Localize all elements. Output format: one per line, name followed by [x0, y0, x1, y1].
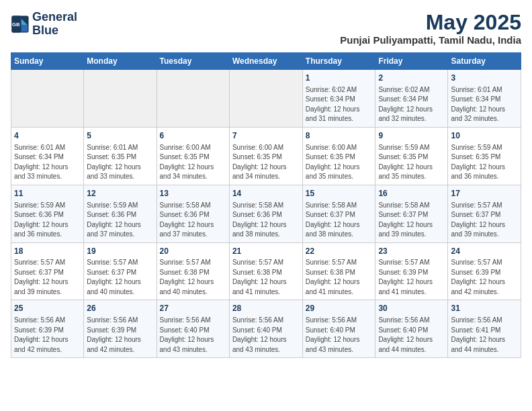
calendar-cell: 8Sunrise: 6:00 AM Sunset: 6:35 PM Daylig…	[302, 127, 375, 185]
day-detail: Sunrise: 5:56 AM Sunset: 6:39 PM Dayligh…	[14, 316, 81, 355]
weekday-header-friday: Friday	[375, 53, 448, 70]
week-row-3: 11Sunrise: 5:59 AM Sunset: 6:36 PM Dayli…	[11, 185, 521, 242]
day-number: 14	[232, 188, 300, 199]
day-detail: Sunrise: 5:59 AM Sunset: 6:35 PM Dayligh…	[378, 143, 445, 182]
weekday-header-thursday: Thursday	[302, 53, 375, 70]
day-detail: Sunrise: 5:59 AM Sunset: 6:36 PM Dayligh…	[87, 201, 153, 240]
day-number: 19	[87, 246, 153, 257]
day-number: 22	[306, 246, 373, 257]
day-number: 31	[451, 303, 518, 314]
calendar-cell: 10Sunrise: 5:59 AM Sunset: 6:35 PM Dayli…	[448, 127, 521, 185]
day-number: 29	[306, 303, 373, 314]
calendar-cell: 19Sunrise: 5:57 AM Sunset: 6:37 PM Dayli…	[84, 242, 157, 300]
day-detail: Sunrise: 5:57 AM Sunset: 6:38 PM Dayligh…	[306, 258, 373, 297]
day-detail: Sunrise: 5:59 AM Sunset: 6:35 PM Dayligh…	[451, 143, 518, 182]
day-number: 25	[14, 303, 81, 314]
svg-text:GB: GB	[12, 21, 20, 28]
day-detail: Sunrise: 6:00 AM Sunset: 6:35 PM Dayligh…	[232, 143, 300, 182]
day-number: 26	[87, 303, 153, 314]
calendar-cell: 3Sunrise: 6:01 AM Sunset: 6:34 PM Daylig…	[448, 70, 521, 128]
week-row-5: 25Sunrise: 5:56 AM Sunset: 6:39 PM Dayli…	[11, 300, 521, 358]
calendar-cell: 12Sunrise: 5:59 AM Sunset: 6:36 PM Dayli…	[84, 185, 157, 242]
calendar-cell: 6Sunrise: 6:00 AM Sunset: 6:35 PM Daylig…	[157, 127, 229, 185]
day-detail: Sunrise: 5:56 AM Sunset: 6:41 PM Dayligh…	[451, 316, 518, 355]
day-detail: Sunrise: 5:58 AM Sunset: 6:36 PM Dayligh…	[160, 201, 226, 240]
logo-text: General Blue	[32, 11, 77, 38]
calendar-cell: 7Sunrise: 6:00 AM Sunset: 6:35 PM Daylig…	[229, 127, 302, 185]
day-detail: Sunrise: 5:57 AM Sunset: 6:37 PM Dayligh…	[87, 258, 153, 297]
day-number: 3	[451, 73, 518, 84]
day-number: 24	[451, 246, 518, 257]
day-number: 2	[378, 73, 445, 84]
day-number: 5	[87, 130, 153, 142]
day-detail: Sunrise: 6:02 AM Sunset: 6:34 PM Dayligh…	[378, 85, 445, 124]
calendar-cell: 4Sunrise: 6:01 AM Sunset: 6:34 PM Daylig…	[11, 127, 84, 185]
svg-marker-2	[21, 25, 28, 32]
day-detail: Sunrise: 5:56 AM Sunset: 6:40 PM Dayligh…	[160, 316, 226, 355]
calendar-cell	[157, 70, 229, 128]
day-number: 20	[160, 246, 226, 257]
day-detail: Sunrise: 5:58 AM Sunset: 6:37 PM Dayligh…	[378, 201, 445, 240]
day-detail: Sunrise: 5:56 AM Sunset: 6:39 PM Dayligh…	[87, 316, 153, 355]
weekday-header-monday: Monday	[84, 53, 157, 70]
day-number: 16	[378, 188, 445, 199]
calendar-cell: 1Sunrise: 6:02 AM Sunset: 6:34 PM Daylig…	[302, 70, 375, 128]
day-detail: Sunrise: 6:00 AM Sunset: 6:35 PM Dayligh…	[306, 143, 373, 182]
calendar-cell: 20Sunrise: 5:57 AM Sunset: 6:38 PM Dayli…	[157, 242, 229, 300]
calendar-cell: 28Sunrise: 5:56 AM Sunset: 6:40 PM Dayli…	[229, 300, 302, 358]
calendar-cell: 31Sunrise: 5:56 AM Sunset: 6:41 PM Dayli…	[448, 300, 521, 358]
day-detail: Sunrise: 6:00 AM Sunset: 6:35 PM Dayligh…	[160, 143, 226, 182]
day-detail: Sunrise: 5:56 AM Sunset: 6:40 PM Dayligh…	[378, 316, 445, 355]
day-detail: Sunrise: 5:57 AM Sunset: 6:37 PM Dayligh…	[14, 258, 81, 297]
calendar-cell: 18Sunrise: 5:57 AM Sunset: 6:37 PM Dayli…	[11, 242, 84, 300]
logo: GB General Blue	[11, 11, 77, 38]
calendar-table: SundayMondayTuesdayWednesdayThursdayFrid…	[11, 52, 521, 358]
day-detail: Sunrise: 5:58 AM Sunset: 6:36 PM Dayligh…	[232, 201, 300, 240]
day-detail: Sunrise: 6:01 AM Sunset: 6:34 PM Dayligh…	[451, 85, 518, 124]
day-detail: Sunrise: 5:57 AM Sunset: 6:38 PM Dayligh…	[160, 258, 226, 297]
calendar-cell	[229, 70, 302, 128]
calendar-cell: 2Sunrise: 6:02 AM Sunset: 6:34 PM Daylig…	[375, 70, 448, 128]
day-detail: Sunrise: 5:59 AM Sunset: 6:36 PM Dayligh…	[14, 201, 81, 240]
weekday-header-row: SundayMondayTuesdayWednesdayThursdayFrid…	[11, 53, 521, 70]
calendar-cell: 11Sunrise: 5:59 AM Sunset: 6:36 PM Dayli…	[11, 185, 84, 242]
day-detail: Sunrise: 5:58 AM Sunset: 6:37 PM Dayligh…	[306, 201, 373, 240]
week-row-2: 4Sunrise: 6:01 AM Sunset: 6:34 PM Daylig…	[11, 127, 521, 185]
calendar-cell: 24Sunrise: 5:57 AM Sunset: 6:39 PM Dayli…	[448, 242, 521, 300]
day-number: 18	[14, 246, 81, 257]
calendar-cell: 17Sunrise: 5:57 AM Sunset: 6:37 PM Dayli…	[448, 185, 521, 242]
day-number: 8	[306, 130, 373, 142]
day-number: 1	[306, 73, 373, 84]
calendar-cell: 26Sunrise: 5:56 AM Sunset: 6:39 PM Dayli…	[84, 300, 157, 358]
day-number: 12	[87, 188, 153, 199]
day-number: 13	[160, 188, 226, 199]
day-number: 27	[160, 303, 226, 314]
day-number: 7	[232, 130, 300, 142]
calendar-cell	[84, 70, 157, 128]
calendar-cell: 23Sunrise: 5:57 AM Sunset: 6:39 PM Dayli…	[375, 242, 448, 300]
day-detail: Sunrise: 5:56 AM Sunset: 6:40 PM Dayligh…	[232, 316, 300, 355]
calendar-cell: 15Sunrise: 5:58 AM Sunset: 6:37 PM Dayli…	[302, 185, 375, 242]
day-detail: Sunrise: 5:57 AM Sunset: 6:39 PM Dayligh…	[451, 258, 518, 297]
day-detail: Sunrise: 5:56 AM Sunset: 6:40 PM Dayligh…	[306, 316, 373, 355]
week-row-4: 18Sunrise: 5:57 AM Sunset: 6:37 PM Dayli…	[11, 242, 521, 300]
day-number: 11	[14, 188, 81, 199]
calendar-cell: 30Sunrise: 5:56 AM Sunset: 6:40 PM Dayli…	[375, 300, 448, 358]
title-block: May 2025 Punjai Puliyampatti, Tamil Nadu…	[340, 11, 521, 46]
day-number: 9	[378, 130, 445, 142]
calendar-cell: 27Sunrise: 5:56 AM Sunset: 6:40 PM Dayli…	[157, 300, 229, 358]
day-number: 30	[378, 303, 445, 314]
location: Punjai Puliyampatti, Tamil Nadu, India	[340, 34, 521, 46]
calendar-cell: 22Sunrise: 5:57 AM Sunset: 6:38 PM Dayli…	[302, 242, 375, 300]
day-number: 28	[232, 303, 300, 314]
weekday-header-saturday: Saturday	[448, 53, 521, 70]
weekday-header-wednesday: Wednesday	[229, 53, 302, 70]
day-detail: Sunrise: 5:57 AM Sunset: 6:37 PM Dayligh…	[451, 201, 518, 240]
day-number: 10	[451, 130, 518, 142]
day-detail: Sunrise: 6:01 AM Sunset: 6:34 PM Dayligh…	[14, 143, 81, 182]
day-number: 21	[232, 246, 300, 257]
day-detail: Sunrise: 5:57 AM Sunset: 6:38 PM Dayligh…	[232, 258, 300, 297]
day-number: 4	[14, 130, 81, 142]
week-row-1: 1Sunrise: 6:02 AM Sunset: 6:34 PM Daylig…	[11, 70, 521, 128]
calendar-cell: 16Sunrise: 5:58 AM Sunset: 6:37 PM Dayli…	[375, 185, 448, 242]
